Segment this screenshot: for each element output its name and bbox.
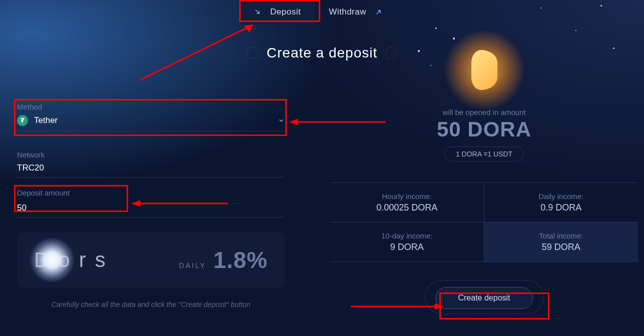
annotation-arrow bbox=[347, 302, 447, 312]
star-decoration bbox=[540, 8, 541, 8]
annotation-arrow bbox=[286, 117, 391, 127]
stat-daily-label: Daily income: bbox=[489, 192, 633, 200]
stat-daily-value: 0.9 DORA bbox=[489, 202, 633, 213]
daily-label: DAILY bbox=[179, 262, 206, 270]
network-field: Network TRC20 bbox=[17, 150, 285, 178]
amount-label: Deposit amount bbox=[17, 188, 285, 197]
conversion-rate: 1 DORA =1 USDT bbox=[444, 146, 524, 162]
dora-moon-icon bbox=[459, 45, 509, 95]
svg-marker-3 bbox=[290, 119, 298, 125]
stat-total-label: Total income: bbox=[489, 232, 633, 240]
chevron-down-icon bbox=[278, 117, 285, 124]
tab-withdraw-label: Withdraw bbox=[329, 7, 366, 17]
star-decoration bbox=[600, 5, 602, 6]
method-label: Method bbox=[17, 102, 285, 111]
stat-total-value: 59 DORA bbox=[489, 242, 633, 252]
star-decoration bbox=[575, 30, 576, 31]
daily-value: 1.8% bbox=[213, 246, 268, 274]
tab-withdraw[interactable]: Withdraw bbox=[315, 0, 396, 24]
moon-icon bbox=[30, 238, 75, 282]
network-value: TRC20 bbox=[17, 163, 285, 178]
stat-total: Total income: 59 DORA bbox=[484, 222, 638, 262]
arrow-up-right-icon bbox=[375, 8, 382, 16]
star-decoration bbox=[435, 28, 437, 29]
method-select[interactable]: ₮ Tether bbox=[17, 115, 285, 132]
tab-deposit-label: Deposit bbox=[270, 7, 301, 17]
stat-tenday: 10-day income: 9 DORA bbox=[330, 222, 484, 262]
stat-daily: Daily income: 0.9 DORA bbox=[484, 183, 638, 222]
svg-marker-7 bbox=[435, 304, 443, 310]
stat-hourly-value: 0.00025 DORA bbox=[335, 202, 479, 213]
arrow-down-right-icon bbox=[254, 8, 261, 16]
network-label: Network bbox=[17, 150, 285, 159]
stat-tenday-label: 10-day income: bbox=[335, 232, 479, 240]
stats-grid: Hourly income: 0.00025 DORA Daily income… bbox=[330, 182, 638, 262]
stat-hourly: Hourly income: 0.00025 DORA bbox=[330, 183, 484, 222]
svg-line-0 bbox=[140, 25, 253, 80]
stat-hourly-label: Hourly income: bbox=[335, 192, 479, 200]
plan-card: Dors DAILY 1.8% bbox=[17, 232, 285, 288]
stat-tenday-value: 9 DORA bbox=[335, 242, 479, 252]
summary-panel: will be opened in amount 50 DORA 1 DORA … bbox=[330, 50, 638, 309]
annotation-arrow bbox=[135, 20, 265, 85]
footer-note: Carefully check all the data and click t… bbox=[17, 300, 285, 308]
tether-icon: ₮ bbox=[17, 115, 28, 126]
svg-marker-5 bbox=[132, 200, 140, 206]
method-value: Tether bbox=[34, 116, 58, 126]
annotation-arrow bbox=[128, 198, 233, 208]
